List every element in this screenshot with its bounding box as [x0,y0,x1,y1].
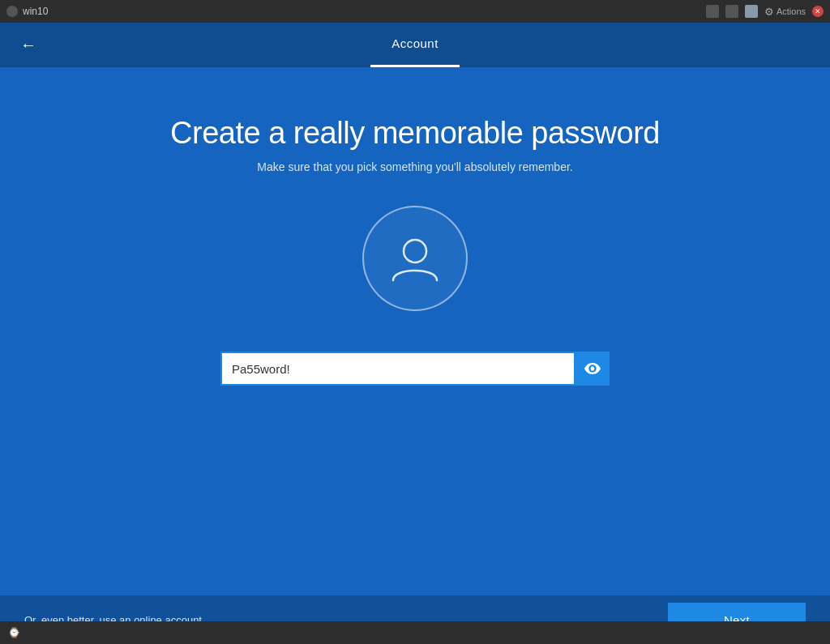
reveal-password-button[interactable] [575,352,610,386]
svg-point-0 [404,240,426,262]
minimize-button[interactable] [706,5,719,18]
account-tab-label: Account [391,36,439,53]
main-content: Create a really memorable password Make … [0,67,830,595]
eye-icon [584,363,601,374]
flag-icon [745,5,758,18]
taskbar-clock: ⌚ [8,627,20,638]
page-subtext: Make sure that you pick something you'll… [257,160,572,173]
title-bar: win10 ⚙ Actions ✕ [0,0,830,23]
app-icon [6,6,18,17]
clock-icon: ⌚ [8,627,20,638]
taskbar: ⌚ [0,621,830,644]
title-bar-left: win10 [6,6,48,17]
user-icon [387,230,443,287]
close-button[interactable]: ✕ [812,6,824,17]
password-input[interactable] [220,352,575,386]
back-button[interactable]: ← [16,33,41,58]
password-row [220,352,610,386]
title-bar-right: ⚙ Actions ✕ [706,5,824,18]
actions-label: Actions [777,6,806,16]
maximize-button[interactable] [725,5,738,18]
gear-icon[interactable]: ⚙ Actions [764,6,806,18]
window-title: win10 [23,6,48,17]
header-bar: ← Account [0,23,830,67]
page-headline: Create a really memorable password [170,116,660,151]
vm-window: ← Account Create a really memorable pass… [0,23,830,644]
avatar-circle [362,206,468,311]
